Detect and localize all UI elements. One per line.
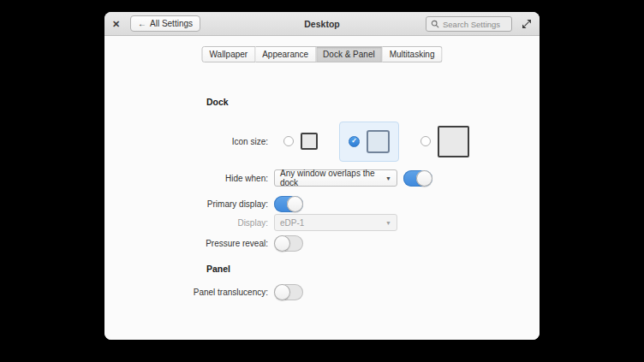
tab-bar: Wallpaper Appearance Dock & Panel Multit… bbox=[202, 46, 443, 62]
toggle-knob bbox=[274, 284, 290, 300]
primary-display-toggle[interactable] bbox=[274, 196, 303, 212]
panel-translucency-label: Panel translucency: bbox=[104, 288, 268, 297]
panel-section-header: Panel bbox=[206, 264, 230, 274]
chevron-down-icon: ▼ bbox=[385, 175, 391, 181]
panel-translucency-row: Panel translucency: bbox=[104, 283, 540, 300]
pressure-reveal-row: Pressure reveal: bbox=[104, 234, 540, 252]
maximize-icon[interactable] bbox=[522, 19, 532, 29]
icon-size-label: Icon size: bbox=[104, 137, 268, 146]
chevron-down-icon: ▼ bbox=[385, 220, 391, 226]
search-input[interactable] bbox=[443, 20, 507, 29]
display-dropdown: eDP-1 ▼ bbox=[274, 214, 397, 231]
primary-display-row: Primary display: bbox=[104, 195, 540, 212]
primary-display-label: Primary display: bbox=[104, 199, 268, 209]
tab-wallpaper[interactable]: Wallpaper bbox=[202, 46, 256, 62]
display-row: Display: eDP-1 ▼ bbox=[104, 214, 540, 231]
hide-when-dropdown[interactable]: Any window overlaps the dock ▼ bbox=[274, 169, 397, 187]
dock-size-preview-large bbox=[438, 126, 469, 157]
display-selected-value: eDP-1 bbox=[280, 218, 304, 228]
settings-content: Wallpaper Appearance Dock & Panel Multit… bbox=[104, 36, 540, 340]
toggle-knob bbox=[287, 196, 303, 212]
dock-size-preview-medium bbox=[367, 130, 390, 153]
radio-unselected-icon[interactable] bbox=[420, 136, 431, 146]
search-icon bbox=[431, 20, 439, 28]
hide-when-label: Hide when: bbox=[104, 174, 268, 183]
icon-size-row: Icon size: ✓ bbox=[104, 120, 540, 163]
tab-multitasking[interactable]: Multitasking bbox=[383, 46, 443, 62]
titlebar[interactable]: ✕ ← All Settings Desktop bbox=[104, 12, 540, 36]
tab-dock-and-panel[interactable]: Dock & Panel bbox=[316, 46, 383, 62]
hide-when-toggle[interactable] bbox=[403, 170, 432, 187]
radio-selected-check-icon[interactable]: ✓ bbox=[349, 136, 360, 147]
search-field[interactable] bbox=[426, 16, 512, 32]
desktop-background: ✕ ← All Settings Desktop bbox=[0, 0, 644, 362]
panel-translucency-toggle[interactable] bbox=[274, 284, 303, 300]
icon-size-option-small[interactable] bbox=[274, 124, 327, 158]
pressure-reveal-label: Pressure reveal: bbox=[104, 239, 268, 248]
hide-when-selected-value: Any window overlaps the dock bbox=[280, 169, 385, 187]
display-label: Display: bbox=[104, 218, 268, 228]
dock-size-preview-small bbox=[301, 133, 318, 150]
toggle-knob bbox=[274, 235, 290, 252]
tab-appearance[interactable]: Appearance bbox=[255, 46, 316, 62]
icon-size-option-medium[interactable]: ✓ bbox=[339, 122, 399, 162]
pressure-reveal-toggle[interactable] bbox=[274, 235, 303, 252]
hide-when-row: Hide when: Any window overlaps the dock … bbox=[104, 169, 540, 187]
toggle-knob bbox=[416, 170, 432, 187]
radio-unselected-icon[interactable] bbox=[283, 136, 294, 146]
settings-window: ✕ ← All Settings Desktop bbox=[104, 12, 540, 340]
icon-size-option-large[interactable] bbox=[411, 117, 479, 166]
